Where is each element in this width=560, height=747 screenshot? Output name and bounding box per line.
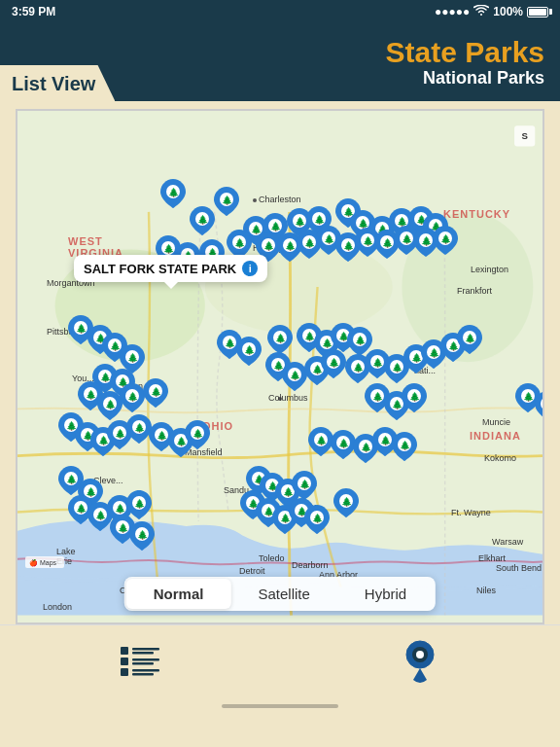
- tab-map[interactable]: [280, 625, 560, 696]
- map-pin-64[interactable]: 🌲: [535, 391, 542, 420]
- svg-text:🌲: 🌲: [192, 428, 204, 440]
- city-dot-charleston: [253, 198, 257, 202]
- map-callout[interactable]: SALT FORK STATE PARK i: [74, 255, 267, 282]
- svg-text:🌲: 🌲: [285, 240, 297, 252]
- location-icon: [399, 637, 441, 686]
- svg-text:🌲: 🌲: [115, 503, 126, 515]
- svg-text:🌲: 🌲: [66, 474, 78, 485]
- map-pin-44[interactable]: 🌲: [185, 420, 210, 449]
- map-pin-67[interactable]: 🌲: [402, 383, 427, 412]
- svg-text:🌲: 🌲: [372, 391, 384, 403]
- svg-rect-190: [121, 647, 128, 655]
- svg-text:🌲: 🌲: [421, 235, 433, 247]
- status-time: 3:59 PM: [12, 5, 55, 18]
- svg-text:🌲: 🌲: [222, 195, 233, 206]
- svg-text:🌲: 🌲: [115, 428, 126, 440]
- tab-list[interactable]: [0, 625, 280, 696]
- callout-text: SALT FORK STATE PARK: [84, 262, 236, 276]
- map-pin-35[interactable]: 🌲: [120, 383, 145, 412]
- svg-text:🌲: 🌲: [168, 187, 180, 198]
- svg-text:🌲: 🌲: [355, 335, 367, 346]
- home-indicator: [222, 704, 338, 708]
- svg-text:🌲: 🌲: [163, 243, 175, 255]
- svg-text:🌲: 🌲: [275, 333, 287, 344]
- app-header: List View State Parks National Parks: [0, 23, 560, 101]
- svg-text:🌲: 🌲: [361, 442, 372, 453]
- svg-text:🌲: 🌲: [382, 237, 394, 249]
- map-pin-55[interactable]: 🌲: [321, 349, 346, 378]
- map-pin-46[interactable]: 🌲: [236, 337, 262, 366]
- svg-text:🌲: 🌲: [429, 347, 440, 359]
- svg-text:🌲: 🌲: [127, 352, 139, 364]
- svg-text:🌲: 🌲: [105, 399, 117, 410]
- svg-text:🌲: 🌲: [290, 370, 301, 381]
- svg-text:🌲: 🌲: [400, 440, 411, 451]
- map-pin-72[interactable]: 🌲: [392, 432, 417, 461]
- svg-text:🌲: 🌲: [402, 233, 413, 245]
- battery-icon: [527, 7, 548, 18]
- svg-text:🌲: 🌲: [76, 323, 88, 335]
- segment-normal[interactable]: Normal: [126, 579, 231, 609]
- svg-rect-197: [132, 669, 159, 672]
- map-pin-47[interactable]: 🌲: [267, 325, 293, 354]
- svg-rect-191: [132, 648, 159, 651]
- svg-text:🌲: 🌲: [134, 498, 146, 510]
- svg-text:🌲: 🌲: [86, 389, 97, 401]
- map-pin-1[interactable]: 🌲: [214, 187, 239, 216]
- battery-percentage: 100%: [493, 5, 523, 18]
- segment-satellite[interactable]: Satellite: [230, 579, 336, 609]
- map-pin-0[interactable]: 🌲: [160, 179, 186, 208]
- map-pin-90[interactable]: 🌲: [129, 521, 155, 551]
- svg-rect-196: [121, 668, 128, 676]
- svg-rect-193: [121, 658, 128, 665]
- state-label-ky: KENTUCKY: [443, 208, 510, 220]
- app-title: State Parks: [386, 36, 544, 68]
- svg-text:🌲: 🌲: [465, 333, 476, 344]
- svg-text:🌲: 🌲: [341, 496, 353, 508]
- svg-text:🌲: 🌲: [157, 430, 168, 442]
- svg-text:🌲: 🌲: [263, 240, 275, 252]
- map-container[interactable]: S Charleston Huntington Morgantown Pitts…: [16, 109, 544, 624]
- svg-text:🌲: 🌲: [523, 391, 535, 403]
- svg-text:🌲: 🌲: [329, 357, 340, 369]
- svg-text:🌲: 🌲: [353, 362, 365, 374]
- svg-text:🌲: 🌲: [244, 344, 256, 356]
- svg-rect-194: [132, 658, 159, 661]
- signal-icon: ●●●●●: [435, 5, 470, 18]
- app-subtitle: National Parks: [423, 68, 544, 89]
- segment-hybrid[interactable]: Hybrid: [337, 579, 434, 609]
- map-pin-26[interactable]: 🌲: [433, 226, 458, 255]
- info-icon[interactable]: i: [242, 261, 258, 276]
- map-pin-3[interactable]: 🌲: [190, 206, 215, 235]
- svg-text:🌲: 🌲: [440, 233, 452, 245]
- map-pin-36[interactable]: 🌲: [143, 378, 168, 408]
- state-label-in: INDIANA: [470, 430, 521, 442]
- svg-rect-195: [132, 662, 154, 665]
- svg-text:🌲: 🌲: [225, 338, 236, 349]
- map-pin-62[interactable]: 🌲: [457, 325, 482, 354]
- svg-text:🌲: 🌲: [338, 438, 350, 449]
- map-pin-81[interactable]: 🌲: [304, 505, 330, 534]
- status-icons: ●●●●● 100%: [435, 5, 548, 19]
- svg-text:🌲: 🌲: [380, 435, 392, 446]
- list-view-tab[interactable]: List View: [0, 65, 115, 101]
- svg-text:🌲: 🌲: [363, 235, 374, 247]
- svg-text:🌲: 🌲: [76, 503, 88, 515]
- svg-text:🌲: 🌲: [542, 399, 543, 410]
- map-pin-82[interactable]: 🌲: [333, 488, 359, 517]
- map-pin-76[interactable]: 🌲: [292, 471, 317, 500]
- svg-text:🌲: 🌲: [409, 391, 421, 403]
- svg-rect-192: [132, 652, 154, 655]
- list-view-label: List View: [12, 73, 95, 94]
- svg-text:🌲: 🌲: [127, 391, 139, 403]
- svg-text:🌲: 🌲: [151, 386, 162, 398]
- svg-text:🌲: 🌲: [234, 237, 246, 249]
- svg-text:🌲: 🌲: [324, 233, 335, 245]
- city-dot-columbus: [278, 397, 282, 401]
- svg-text:🌲: 🌲: [118, 522, 129, 534]
- svg-text:🌲: 🌲: [299, 479, 311, 490]
- status-bar: 3:59 PM ●●●●● 100%: [0, 0, 560, 23]
- battery-fill: [529, 9, 546, 16]
- svg-point-201: [416, 651, 424, 658]
- map-background: S Charleston Huntington Morgantown Pitts…: [18, 111, 542, 622]
